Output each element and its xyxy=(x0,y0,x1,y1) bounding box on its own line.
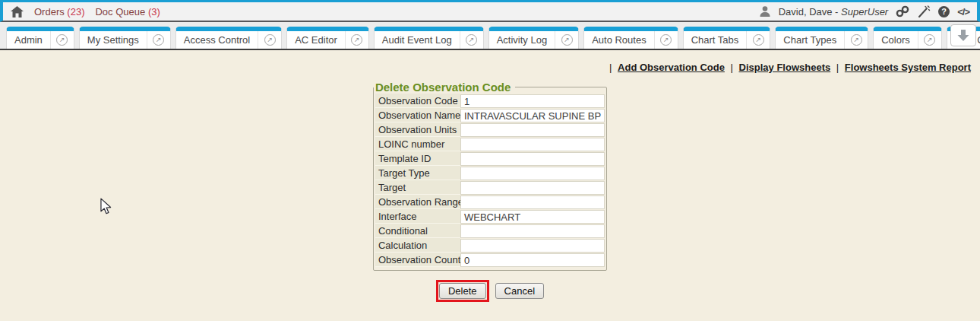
home-icon[interactable] xyxy=(11,6,24,17)
admin-tab[interactable]: Chart Types ↗ xyxy=(775,27,868,49)
form-row: Interface WEBCHART xyxy=(375,209,605,224)
cancel-button[interactable]: Cancel xyxy=(495,283,544,299)
form-row-value: WEBCHART xyxy=(460,210,605,224)
form-row: Observation Code 1 xyxy=(375,94,605,108)
admin-tab[interactable]: Admin ↗ xyxy=(6,27,74,49)
form-row: Calculation xyxy=(375,238,605,253)
admin-tab[interactable]: Auto Routes ↗ xyxy=(583,27,678,49)
top-nav: Orders (23) Doc Queue (3) xyxy=(11,6,160,17)
popout-icon: ↗ xyxy=(56,34,68,46)
link-separator: | xyxy=(836,62,839,73)
form-row-value xyxy=(460,167,605,180)
form-row-value xyxy=(460,181,605,195)
popout-icon: ↗ xyxy=(153,34,164,46)
admin-tab[interactable]: Activity Log ↗ xyxy=(488,27,579,49)
popout-icon: ↗ xyxy=(351,34,362,46)
tab-popout-area[interactable]: ↗ xyxy=(747,31,770,49)
form-row: LOINC number xyxy=(375,137,605,151)
form-row-value: 1 xyxy=(460,94,605,108)
tab-label: My Settings xyxy=(80,31,147,49)
popout-icon: ↗ xyxy=(851,34,862,46)
button-row: Delete Cancel xyxy=(0,280,980,302)
tab-popout-area[interactable]: ↗ xyxy=(655,31,678,49)
form-row-label: Observation Count xyxy=(375,253,460,267)
action-link[interactable]: Display Flowsheets xyxy=(739,62,831,73)
delete-highlight-annotation: Delete xyxy=(436,280,489,302)
tab-label: Audit Event Log xyxy=(375,31,460,49)
code-icon[interactable]: </> xyxy=(957,6,969,17)
nav-item-count: (23) xyxy=(67,6,84,17)
arrow-down-icon xyxy=(957,29,969,42)
tab-popout-area[interactable]: ↗ xyxy=(845,31,868,49)
form-row: Observation Count 0 xyxy=(375,253,605,267)
tab-popout-area[interactable]: ↗ xyxy=(346,31,368,49)
form-row-label: Conditional xyxy=(375,224,460,238)
tab-bar: Admin ↗ My Settings ↗ Access Control ↗ A… xyxy=(0,22,980,50)
form-row-value xyxy=(460,239,605,253)
form-row-label: Template ID xyxy=(375,151,460,166)
action-links-row: | Add Observation Code | Display Flowshe… xyxy=(0,62,980,73)
nav-item-label: Orders xyxy=(34,6,65,17)
form-row-label: Observation Code xyxy=(375,94,460,108)
tab-popout-area[interactable]: ↗ xyxy=(258,31,281,49)
link-separator: | xyxy=(731,62,733,73)
form-title: Delete Observation Code xyxy=(374,81,515,94)
nav-item-label: Doc Queue xyxy=(95,6,145,17)
form-row-label: Calculation xyxy=(375,238,460,253)
form-row-value: INTRAVASCULAR SUPINE BP xyxy=(460,109,605,122)
admin-tab[interactable]: Colors ↗ xyxy=(873,27,942,49)
form-row-value: 0 xyxy=(460,253,605,267)
action-link[interactable]: Add Observation Code xyxy=(618,62,725,73)
tab-label: Colors xyxy=(874,31,918,49)
admin-tab[interactable]: Chart Tabs ↗ xyxy=(683,27,771,49)
form-row-label: Interface xyxy=(375,209,460,224)
tab-label: AC Editor xyxy=(287,31,346,49)
admin-tab[interactable]: AC Editor ↗ xyxy=(286,27,369,49)
tab-popout-area[interactable]: ↗ xyxy=(460,31,483,49)
tab-label: Access Control xyxy=(176,31,258,49)
form-row-label: Target xyxy=(375,180,460,195)
help-icon[interactable]: ? xyxy=(938,6,950,17)
delete-button[interactable]: Delete xyxy=(439,283,486,299)
form-row-value xyxy=(460,123,605,137)
form-row-label: Observation Range xyxy=(375,195,460,209)
form-row-label: LOINC number xyxy=(375,137,460,151)
link-separator: | xyxy=(609,62,612,73)
action-link[interactable]: Flowsheets System Report xyxy=(845,62,971,73)
form-row: Observation Units xyxy=(375,122,605,137)
tab-overflow-button[interactable] xyxy=(950,24,976,46)
top-nav-item[interactable]: Doc Queue (3) xyxy=(95,6,160,17)
delete-observation-fieldset: Delete Observation Code Observation Code… xyxy=(373,81,607,271)
form-row-label: Observation Units xyxy=(375,122,460,137)
form-row-value xyxy=(460,195,605,209)
form-row-value xyxy=(460,138,605,151)
tab-popout-area[interactable]: ↗ xyxy=(147,31,170,49)
wand-icon[interactable] xyxy=(917,5,931,17)
form-row: Observation Name INTRAVASCULAR SUPINE BP xyxy=(375,108,605,122)
form-row: Template ID xyxy=(375,151,605,166)
form-row-label: Observation Name xyxy=(375,108,460,122)
tab-label: Auto Routes xyxy=(584,31,655,49)
form-row-label: Target Type xyxy=(375,166,460,180)
admin-tab[interactable]: Audit Event Log ↗ xyxy=(374,27,484,49)
user-menu[interactable]: David, Dave - SuperUser ? </> xyxy=(759,5,969,17)
tab-popout-area[interactable]: ↗ xyxy=(555,31,578,49)
top-nav-item[interactable]: Orders (23) xyxy=(34,6,84,17)
form-row-value xyxy=(460,152,605,166)
popout-icon: ↗ xyxy=(924,34,935,46)
popout-icon: ↗ xyxy=(466,34,477,46)
tab-label: Chart Tabs xyxy=(684,31,748,49)
tab-label: Activity Log xyxy=(489,31,555,49)
tab-popout-area[interactable]: ↗ xyxy=(918,31,941,49)
popout-icon: ↗ xyxy=(561,34,573,46)
popout-icon: ↗ xyxy=(660,34,672,46)
user-name: David, Dave - SuperUser xyxy=(779,6,889,17)
form-row-value xyxy=(460,224,605,238)
link-icon[interactable] xyxy=(896,5,909,17)
admin-tab[interactable]: My Settings ↗ xyxy=(79,27,171,49)
top-bar: Orders (23) Doc Queue (3) David, Dave - … xyxy=(0,0,980,22)
form-row: Observation Range xyxy=(375,195,605,209)
popout-icon: ↗ xyxy=(753,34,764,46)
tab-popout-area[interactable]: ↗ xyxy=(51,31,74,49)
admin-tab[interactable]: Access Control ↗ xyxy=(175,27,282,49)
